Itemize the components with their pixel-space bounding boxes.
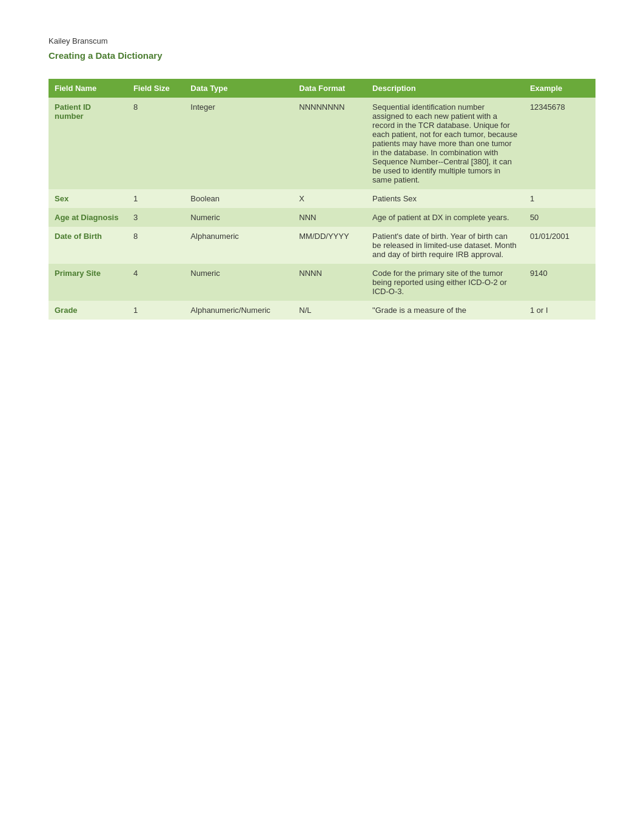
cell-data-format: X [293,189,366,208]
cell-data-type: Integer [184,98,293,189]
table-row: Sex1BooleanXPatients Sex1 [49,189,595,208]
header-data-type: Data Type [184,79,293,98]
cell-field-name: Primary Site [49,264,127,301]
cell-description: Age of patient at DX in complete years. [366,208,524,227]
author-line: Kailey Branscum [49,36,595,45]
cell-field-name: Grade [49,301,127,320]
page-title: Creating a Data Dictionary [49,50,595,61]
table-row: Primary Site4NumericNNNNCode for the pri… [49,264,595,301]
cell-field-name: Date of Birth [49,227,127,264]
cell-description: Patients Sex [366,189,524,208]
cell-data-format: MM/DD/YYYY [293,227,366,264]
cell-data-type: Boolean [184,189,293,208]
table-header-row: Field Name Field Size Data Type Data For… [49,79,595,98]
header-example: Example [524,79,595,98]
cell-field-name: Age at Diagnosis [49,208,127,227]
cell-example: 9140 [524,264,595,301]
cell-example: 01/01/2001 [524,227,595,264]
cell-field-name: Patient ID number [49,98,127,189]
cell-description: "Grade is a measure of the [366,301,524,320]
cell-field-size: 3 [127,208,184,227]
cell-example: 12345678 [524,98,595,189]
cell-example: 50 [524,208,595,227]
cell-field-size: 1 [127,301,184,320]
cell-data-format: NNNN [293,264,366,301]
cell-description: Sequential identification number assigne… [366,98,524,189]
header-field-size: Field Size [127,79,184,98]
cell-field-size: 1 [127,189,184,208]
table-row: Grade1Alphanumeric/NumericN/L"Grade is a… [49,301,595,320]
cell-example: 1 [524,189,595,208]
data-dictionary-table: Field Name Field Size Data Type Data For… [49,79,595,320]
cell-data-type: Numeric [184,264,293,301]
cell-field-size: 8 [127,98,184,189]
table-row: Age at Diagnosis3NumericNNNAge of patien… [49,208,595,227]
cell-description: Code for the primary site of the tumor b… [366,264,524,301]
cell-description: Patient's date of birth. Year of birth c… [366,227,524,264]
header-data-format: Data Format [293,79,366,98]
cell-data-type: Numeric [184,208,293,227]
cell-data-type: Alphanumeric [184,227,293,264]
header-field-name: Field Name [49,79,127,98]
cell-data-format: NNNNNNNN [293,98,366,189]
cell-field-name: Sex [49,189,127,208]
cell-data-format: NNN [293,208,366,227]
header-description: Description [366,79,524,98]
table-row: Patient ID number8IntegerNNNNNNNNSequent… [49,98,595,189]
table-row: Date of Birth8AlphanumericMM/DD/YYYYPati… [49,227,595,264]
cell-example: 1 or I [524,301,595,320]
cell-field-size: 8 [127,227,184,264]
cell-data-format: N/L [293,301,366,320]
cell-field-size: 4 [127,264,184,301]
cell-data-type: Alphanumeric/Numeric [184,301,293,320]
